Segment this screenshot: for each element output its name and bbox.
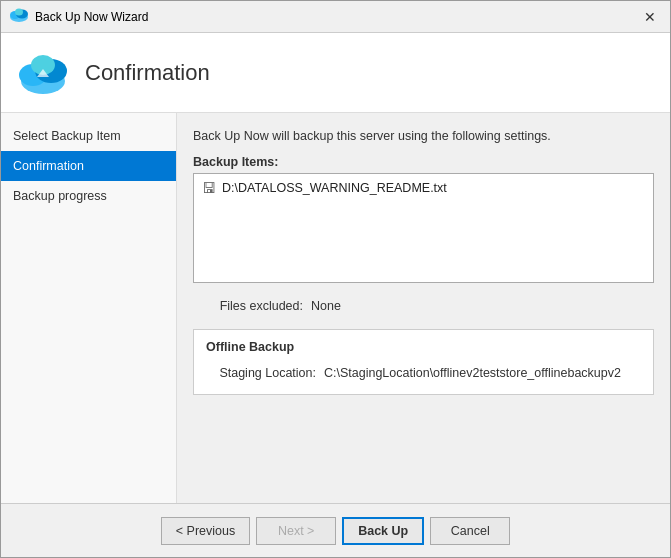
backup-item-row: 🖫 D:\DATALOSS_WARNING_README.txt [198, 178, 649, 198]
backup-items-box: 🖫 D:\DATALOSS_WARNING_README.txt [193, 173, 654, 283]
sidebar-item-select-backup[interactable]: Select Backup Item [1, 121, 176, 151]
staging-location-label: Staging Location: [206, 366, 316, 380]
close-button[interactable]: ✕ [638, 5, 662, 29]
wizard-header-icon [17, 47, 69, 99]
info-text: Back Up Now will backup this server usin… [193, 129, 654, 143]
backup-items-section: Backup Items: 🖫 D:\DATALOSS_WARNING_READ… [193, 155, 654, 283]
files-excluded-value: None [311, 299, 341, 313]
title-bar-text: Back Up Now Wizard [35, 10, 638, 24]
files-excluded-row: Files excluded: None [193, 295, 654, 317]
sidebar-item-confirmation[interactable]: Confirmation [1, 151, 176, 181]
backup-item-path: D:\DATALOSS_WARNING_README.txt [222, 181, 447, 195]
footer: < Previous Next > Back Up Cancel [1, 503, 670, 557]
offline-section: Offline Backup Staging Location: C:\Stag… [193, 329, 654, 395]
page-title: Confirmation [85, 60, 210, 86]
wizard-header: Confirmation [1, 33, 670, 113]
content-area: Select Backup Item Confirmation Backup p… [1, 113, 670, 503]
wizard-window: Back Up Now Wizard ✕ Confirmation Select… [0, 0, 671, 558]
title-bar-icon [9, 7, 29, 27]
cancel-button[interactable]: Cancel [430, 517, 510, 545]
main-content: Back Up Now will backup this server usin… [177, 113, 670, 503]
files-excluded-label: Files excluded: [193, 299, 303, 313]
offline-backup-title: Offline Backup [206, 340, 641, 354]
staging-location-value: C:\StagingLocation\offlinev2teststore_of… [324, 366, 621, 380]
next-button[interactable]: Next > [256, 517, 336, 545]
backup-button[interactable]: Back Up [342, 517, 424, 545]
sidebar: Select Backup Item Confirmation Backup p… [1, 113, 177, 503]
staging-location-row: Staging Location: C:\StagingLocation\off… [206, 362, 641, 384]
previous-button[interactable]: < Previous [161, 517, 250, 545]
backup-items-label: Backup Items: [193, 155, 654, 169]
sidebar-item-backup-progress[interactable]: Backup progress [1, 181, 176, 211]
title-bar: Back Up Now Wizard ✕ [1, 1, 670, 33]
file-icon: 🖫 [202, 180, 216, 196]
svg-point-3 [15, 8, 23, 15]
